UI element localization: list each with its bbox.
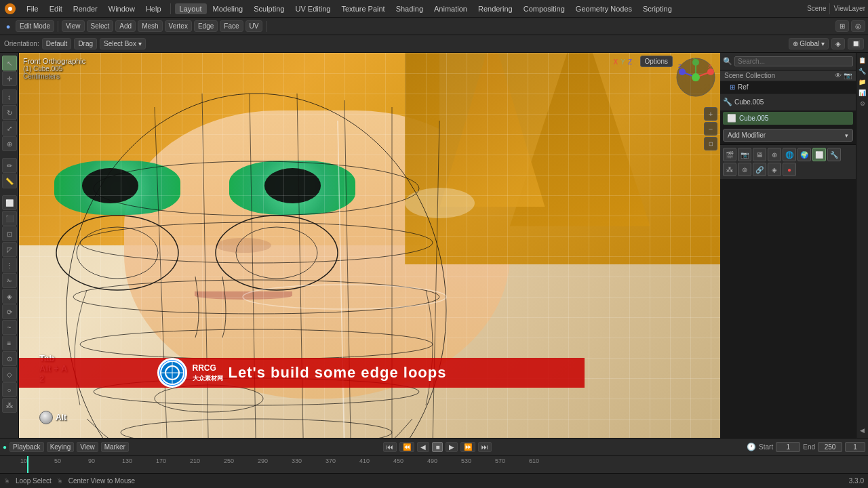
render-icon[interactable]: 📷: [844, 72, 852, 79]
smooth-tool[interactable]: ~: [2, 320, 17, 335]
playback-menu[interactable]: Playback: [9, 442, 44, 452]
annotate-tool[interactable]: ✏: [2, 158, 17, 173]
render-props-icon[interactable]: 📷: [738, 148, 751, 161]
edit-mode-dropdown[interactable]: Edit Mode: [16, 20, 54, 32]
menu-uv-editing[interactable]: UV Editing: [290, 3, 335, 14]
scene-props-icon2[interactable]: 🌐: [783, 148, 796, 161]
toolbar-mesh[interactable]: Mesh: [138, 20, 162, 32]
move-tool[interactable]: ↕: [2, 89, 17, 104]
loop-cut-tool[interactable]: ⋮: [2, 258, 17, 272]
proportional-btn[interactable]: ◎: [851, 20, 865, 32]
orientation-dropdown[interactable]: Default: [42, 38, 72, 49]
play-reverse-btn[interactable]: ◀: [417, 442, 429, 452]
menu-rendering[interactable]: Rendering: [473, 3, 517, 14]
rotate-tool[interactable]: ↻: [2, 105, 17, 120]
menu-help[interactable]: Help: [141, 3, 166, 14]
menu-modeling[interactable]: Modeling: [208, 3, 248, 14]
step-back-btn[interactable]: ⏪: [399, 442, 414, 452]
cube-item[interactable]: ⬜ Cube.005: [723, 112, 853, 125]
menu-window[interactable]: Window: [104, 3, 140, 14]
keying-menu[interactable]: Keying: [47, 442, 75, 452]
modifier-props-icon[interactable]: 🔧: [827, 148, 841, 161]
toolbar-face[interactable]: Face: [220, 20, 243, 32]
add-cube-tool[interactable]: ⬜: [2, 195, 17, 210]
menu-animation[interactable]: Animation: [429, 3, 472, 14]
timeline-playhead[interactable]: [27, 456, 28, 473]
preferences-icon[interactable]: ⚙: [858, 99, 867, 108]
menu-layout[interactable]: Layout: [175, 3, 207, 14]
scale-tool[interactable]: ⤢: [2, 121, 17, 136]
poly-build-tool[interactable]: ◈: [2, 289, 17, 304]
particles-icon[interactable]: ⁂: [723, 163, 736, 176]
collapse-icon[interactable]: ◀: [858, 426, 867, 435]
menu-render[interactable]: Render: [68, 3, 102, 14]
visibility-icon[interactable]: 👁: [835, 72, 842, 79]
view-layer-props-icon[interactable]: ⊕: [768, 148, 781, 161]
timeline-track[interactable]: 10 50 90 130 170 210 250 290 330 370 410…: [0, 456, 868, 473]
world-props-icon[interactable]: 🌍: [797, 148, 811, 161]
spreadsheet-icon[interactable]: 📊: [858, 88, 867, 98]
spin-tool[interactable]: ⟳: [2, 304, 17, 319]
pivot-btn[interactable]: ◈: [831, 38, 845, 49]
bevel-tool[interactable]: ◸: [2, 242, 17, 257]
menu-sculpting[interactable]: Sculpting: [249, 3, 289, 14]
menu-geometry-nodes[interactable]: Geometry Nodes: [571, 3, 637, 14]
global-dropdown[interactable]: ⊕ Global ▾: [789, 38, 829, 49]
toolbar-vertex[interactable]: Vertex: [165, 20, 192, 32]
shear-tool[interactable]: ◇: [2, 367, 17, 382]
menu-shading[interactable]: Shading: [391, 3, 428, 14]
axis-widget[interactable]: X Y Z: [675, 57, 716, 98]
view-menu[interactable]: View: [77, 442, 98, 452]
constraints-icon[interactable]: 🔗: [753, 163, 766, 176]
extrude-tool[interactable]: ⬛: [2, 211, 17, 226]
scene-props-icon[interactable]: 🎬: [723, 148, 736, 161]
measure-tool[interactable]: 📏: [2, 174, 17, 188]
knife-tool[interactable]: ✁: [2, 273, 17, 288]
object-props-icon[interactable]: ⬜: [812, 148, 826, 161]
viewport[interactable]: Front Orthographic (1) Cube.005 Centimet…: [19, 53, 720, 438]
properties-icon-right[interactable]: 🔧: [858, 66, 867, 76]
select-box-dropdown[interactable]: Select Box ▾: [100, 38, 146, 49]
drag-btn[interactable]: Drag: [74, 38, 97, 49]
toolbar-select[interactable]: Select: [87, 20, 114, 32]
menu-edit[interactable]: Edit: [45, 3, 67, 14]
edge-slide-tool[interactable]: ≡: [2, 336, 17, 350]
end-frame-input[interactable]: [818, 442, 842, 452]
snap-toggle[interactable]: 🔲: [848, 38, 864, 49]
current-frame-input[interactable]: [845, 442, 865, 452]
cursor-tool[interactable]: ✛: [2, 71, 17, 86]
inset-tool[interactable]: ⊡: [2, 226, 17, 241]
randomize-tool[interactable]: ⁂: [2, 398, 17, 413]
physics-icon[interactable]: ⊚: [738, 163, 751, 176]
zoom-reset-btn[interactable]: ⊡: [704, 137, 717, 150]
ref-item[interactable]: ⊞ Ref: [720, 81, 856, 93]
stop-btn[interactable]: ■: [432, 442, 443, 452]
menu-file[interactable]: File: [22, 3, 43, 14]
outliner-icon[interactable]: 📋: [858, 56, 867, 65]
output-props-icon[interactable]: 🖥: [753, 148, 766, 161]
material-icon[interactable]: ●: [783, 163, 796, 176]
add-modifier-button[interactable]: Add Modifier ▾: [723, 129, 853, 142]
menu-texture-paint[interactable]: Texture Paint: [336, 3, 389, 14]
zoom-out-btn[interactable]: −: [704, 122, 717, 136]
marker-menu[interactable]: Marker: [101, 442, 129, 452]
data-icon[interactable]: ◈: [768, 163, 781, 176]
to-sphere-tool[interactable]: ○: [2, 382, 17, 397]
options-button[interactable]: Options: [640, 56, 673, 67]
right-search-input[interactable]: [734, 56, 853, 66]
jump-end-btn[interactable]: ⏭: [478, 442, 492, 452]
start-frame-input[interactable]: [776, 442, 800, 452]
toolbar-edge[interactable]: Edge: [194, 20, 218, 32]
play-btn[interactable]: ▶: [446, 442, 458, 452]
jump-start-btn[interactable]: ⏮: [383, 442, 397, 452]
toolbar-view[interactable]: View: [62, 20, 85, 32]
shrink-tool[interactable]: ⊙: [2, 351, 17, 366]
zoom-in-btn[interactable]: +: [704, 107, 717, 121]
transform-tool[interactable]: ⊕: [2, 136, 17, 151]
select-tool[interactable]: ↖: [2, 56, 17, 70]
filebrowser-icon[interactable]: 📁: [858, 77, 867, 87]
menu-compositing[interactable]: Compositing: [519, 3, 570, 14]
step-forward-btn[interactable]: ⏩: [460, 442, 475, 452]
toolbar-add[interactable]: Add: [115, 20, 136, 32]
menu-scripting[interactable]: Scripting: [638, 3, 677, 14]
